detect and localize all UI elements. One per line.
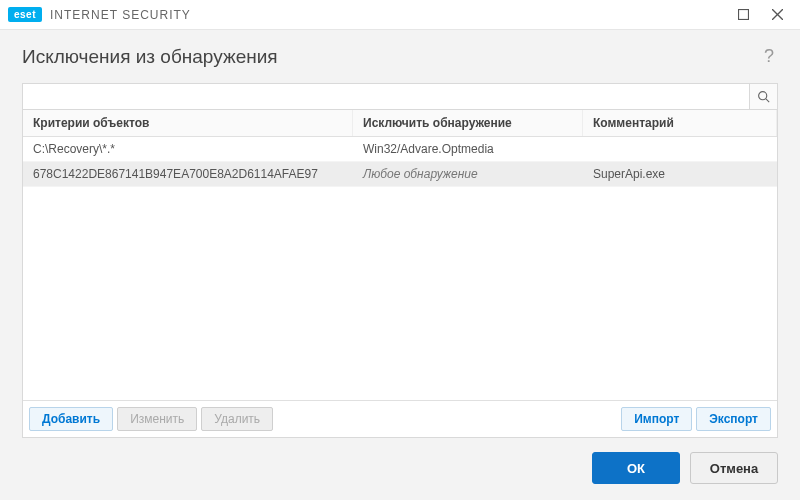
ok-button[interactable]: ОК <box>592 452 680 484</box>
page-header: Исключения из обнаружения ? <box>0 30 800 79</box>
brand-badge: eset <box>8 7 42 22</box>
cell-comment: SuperApi.exe <box>583 162 777 186</box>
dialog-footer: ОК Отмена <box>0 438 800 500</box>
search-button[interactable] <box>749 84 777 109</box>
help-icon[interactable]: ? <box>760 44 778 69</box>
page-title: Исключения из обнаружения <box>22 46 278 68</box>
brand-text: INTERNET SECURITY <box>50 8 191 22</box>
search-row <box>23 84 777 110</box>
window-maximize-button[interactable] <box>726 2 760 28</box>
cell-exclude: Любое обнаружение <box>353 162 583 186</box>
add-button[interactable]: Добавить <box>29 407 113 431</box>
cell-exclude: Win32/Advare.Optmedia <box>353 137 583 161</box>
svg-line-4 <box>766 99 769 102</box>
titlebar: eset INTERNET SECURITY <box>0 0 800 30</box>
window-close-button[interactable] <box>760 2 794 28</box>
search-icon <box>757 90 770 103</box>
maximize-icon <box>738 9 749 20</box>
table-row[interactable]: C:\Recovery\*.*Win32/Advare.Optmedia <box>23 137 777 162</box>
table-header: Критерии объектов Исключить обнаружение … <box>23 110 777 137</box>
export-button[interactable]: Экспорт <box>696 407 771 431</box>
column-comment[interactable]: Комментарий <box>583 110 777 136</box>
search-input[interactable] <box>23 84 749 109</box>
column-exclude[interactable]: Исключить обнаружение <box>353 110 583 136</box>
svg-rect-0 <box>738 10 748 20</box>
delete-button[interactable]: Удалить <box>201 407 273 431</box>
close-icon <box>772 9 783 20</box>
table-row[interactable]: 678C1422DE867141B947EA700E8A2D6114AFAE97… <box>23 162 777 187</box>
exclusions-panel: Критерии объектов Исключить обнаружение … <box>22 83 778 438</box>
svg-point-3 <box>759 92 767 100</box>
edit-button[interactable]: Изменить <box>117 407 197 431</box>
import-button[interactable]: Импорт <box>621 407 692 431</box>
cell-comment <box>583 137 777 161</box>
panel-toolbar: Добавить Изменить Удалить Импорт Экспорт <box>23 400 777 437</box>
cell-criteria: 678C1422DE867141B947EA700E8A2D6114AFAE97 <box>23 162 353 186</box>
column-criteria[interactable]: Критерии объектов <box>23 110 353 136</box>
exclusions-table: Критерии объектов Исключить обнаружение … <box>23 110 777 400</box>
cell-criteria: C:\Recovery\*.* <box>23 137 353 161</box>
table-body: C:\Recovery\*.*Win32/Advare.Optmedia678C… <box>23 137 777 187</box>
cancel-button[interactable]: Отмена <box>690 452 778 484</box>
